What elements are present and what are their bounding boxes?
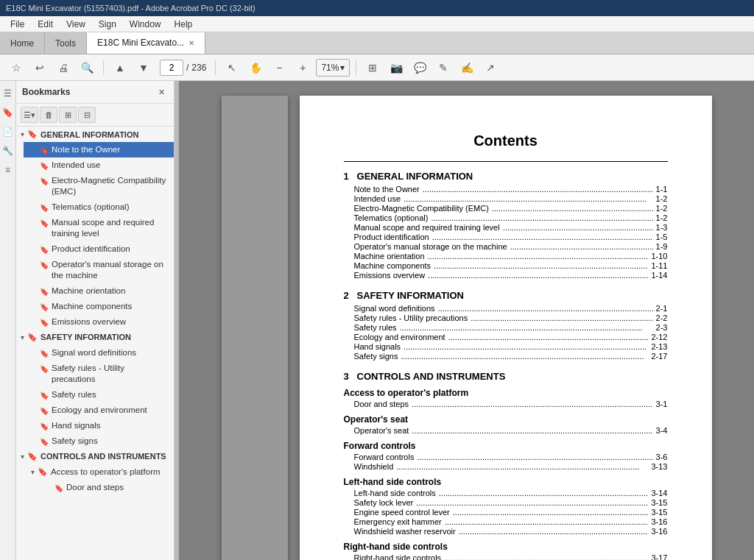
sep2 — [215, 60, 216, 75]
bk-machine-comp-icon: 🔖 — [40, 302, 49, 312]
page-nav: / 236 — [160, 60, 206, 76]
section-general-label: GENERAL INFORMATION — [40, 130, 138, 139]
zoom-in-btn[interactable]: + — [292, 57, 313, 78]
zoom-display[interactable]: 71% ▾ — [316, 59, 350, 77]
toc-entry-lh-controls: Left-hand side controls ................… — [344, 489, 668, 497]
menu-view[interactable]: View — [60, 18, 91, 31]
toc-entry-telematics: Telematics (optional) ..................… — [344, 213, 668, 222]
section-safety-header[interactable]: ▾ 🔖 SAFETY INFORMATION — [16, 330, 174, 345]
pencil-btn[interactable]: ✎ — [433, 57, 454, 78]
snapshot-btn[interactable]: 📷 — [386, 57, 406, 78]
bk-door-steps[interactable]: 🔖 Door and steps — [38, 480, 174, 495]
bk-operators-manual[interactable]: 🔖 Operator's manual storage on the machi… — [24, 257, 174, 283]
bk-door-steps-label: Door and steps — [66, 482, 169, 493]
bk-product-id[interactable]: 🔖 Product identification — [24, 241, 174, 257]
menu-help[interactable]: Help — [169, 18, 199, 31]
section-safety-icon: 🔖 — [27, 333, 38, 342]
bk-emc-label: Electro-Magnetic Compatibility (EMC) — [52, 175, 169, 197]
bk-manual-scope-label: Manual scope and required training level — [52, 217, 169, 239]
menu-file[interactable]: File — [4, 18, 30, 31]
zoom-marquee-btn[interactable]: 🔍 — [77, 57, 97, 78]
bk-ecology-label: Ecology and environment — [52, 405, 169, 416]
comment-btn[interactable]: 💬 — [409, 57, 430, 78]
toc-ch3-header: 3 CONTROLS AND INSTRUMENTS — [344, 371, 668, 382]
bk-intended-use[interactable]: 🔖 Intended use — [24, 157, 174, 173]
layers-icon[interactable]: ≡ — [1, 163, 15, 177]
zoom-out-btn[interactable]: − — [269, 57, 289, 78]
bk-emissions[interactable]: 🔖 Emissions overview — [24, 314, 174, 330]
tools-icon[interactable]: 🔧 — [1, 144, 15, 157]
toc-entry-door-steps: Door and steps .........................… — [344, 400, 668, 408]
pdf-area[interactable]: Contents 1 GENERAL INFORMATION Note to t… — [179, 81, 754, 560]
toc-divider-top — [344, 161, 668, 162]
back-btn[interactable]: ↩ — [29, 57, 50, 78]
bk-machine-orient-label: Machine orientation — [52, 286, 169, 297]
expand-controls-icon: ▾ — [21, 453, 24, 461]
bookmark-icon[interactable]: 🔖 — [1, 106, 15, 119]
panel-menu-btn[interactable]: ☰▾ — [21, 107, 38, 123]
toc-entry-rh-controls: Right-hand side controls ...............… — [344, 553, 668, 560]
bk-safety-signs-label: Safety signs — [52, 436, 169, 447]
subsec-access-header[interactable]: ▾ 🔖 Access to operator's platform — [24, 464, 174, 480]
panel-delete-btn[interactable]: 🗑 — [40, 107, 57, 123]
bk-safety-signs-icon: 🔖 — [40, 437, 49, 447]
panel-close-btn[interactable]: ✕ — [155, 85, 168, 99]
subsec-access-label: Access to operator's platform — [51, 467, 161, 476]
bk-telematics[interactable]: 🔖 Telematics (optional) — [24, 199, 174, 215]
bk-hand-signals-label: Hand signals — [52, 420, 169, 431]
bk-signal-word-icon: 🔖 — [40, 349, 49, 358]
select-btn[interactable]: ⊞ — [362, 57, 383, 78]
bk-safety-rules-icon: 🔖 — [40, 391, 49, 400]
bk-note-owner[interactable]: 🔖 Note to the Owner — [24, 142, 174, 157]
menu-edit[interactable]: Edit — [32, 18, 59, 31]
cursor-btn[interactable]: ↖ — [222, 57, 242, 78]
tab-tools[interactable]: Tools — [45, 32, 87, 54]
bk-product-id-label: Product identification — [52, 244, 169, 255]
tab-home[interactable]: Home — [0, 32, 45, 54]
bk-hand-signals-icon: 🔖 — [40, 422, 49, 431]
sep1 — [103, 60, 104, 75]
bk-hand-signals[interactable]: 🔖 Hand signals — [24, 418, 174, 433]
bookmarks-panel: Bookmarks ✕ ☰▾ 🗑 ⊞ ⊟ ▾ 🔖 GENERAL INFORMA… — [16, 81, 175, 560]
bookmarks-tree: ▾ 🔖 GENERAL INFORMATION 🔖 Note to the Ow… — [16, 127, 174, 560]
bk-safety-rules-utility[interactable]: 🔖 Safety rules - Utility precautions — [24, 361, 174, 387]
controls-items: ▾ 🔖 Access to operator's platform 🔖 Door… — [16, 464, 174, 495]
panel-collapse-btn[interactable]: ⊟ — [78, 107, 96, 123]
bookmark-toolbar-btn[interactable]: ☆ — [6, 57, 27, 78]
menu-window[interactable]: Window — [124, 18, 167, 31]
titlebar-text: E18C Mini Excavator (51557403).pdf - Ado… — [6, 4, 256, 13]
panel-expand-btn[interactable]: ⊞ — [59, 107, 77, 123]
bk-safety-signs[interactable]: 🔖 Safety signs — [24, 433, 174, 449]
hand-btn[interactable]: ✋ — [245, 57, 266, 78]
bk-safety-rules[interactable]: 🔖 Safety rules — [24, 387, 174, 403]
bk-telematics-label: Telematics (optional) — [52, 202, 169, 213]
menu-sign[interactable]: Sign — [93, 18, 122, 31]
next-page-btn[interactable]: ▼ — [133, 57, 154, 78]
zoom-value: 71% — [321, 63, 339, 73]
bk-signal-word[interactable]: 🔖 Signal word definitions — [24, 345, 174, 361]
pdf-toc-page: Contents 1 GENERAL INFORMATION Note to t… — [300, 96, 712, 560]
bk-machine-orient[interactable]: 🔖 Machine orientation — [24, 283, 174, 299]
prev-page-btn[interactable]: ▲ — [110, 57, 130, 78]
nav-icon[interactable]: ☰ — [1, 87, 15, 100]
toc-entry-emissions: Emissions overview .....................… — [344, 271, 668, 280]
bk-machine-comp[interactable]: 🔖 Machine components — [24, 299, 174, 314]
tab-doc[interactable]: E18C Mini Excavato... ✕ — [87, 32, 205, 54]
section-controls-header[interactable]: ▾ 🔖 CONTROLS AND INSTRUMENTS — [16, 449, 174, 464]
bk-manual-scope[interactable]: 🔖 Manual scope and required training lev… — [24, 215, 174, 241]
tab-home-label: Home — [10, 38, 34, 49]
tab-close-icon[interactable]: ✕ — [188, 39, 194, 47]
pages-icon[interactable]: 📄 — [1, 125, 15, 138]
section-general-header[interactable]: ▾ 🔖 GENERAL INFORMATION — [16, 127, 174, 142]
toc-entry-machine-orient: Machine orientation ....................… — [344, 252, 668, 260]
print-btn[interactable]: 🖨 — [53, 57, 74, 78]
bk-ecology[interactable]: 🔖 Ecology and environment — [24, 403, 174, 418]
toc-entry-safety-rules-utility: Safety rules - Utility precautions .....… — [344, 313, 668, 322]
toc-entry-fwd-controls: Forward controls .......................… — [344, 453, 668, 461]
share-btn[interactable]: ↗ — [480, 57, 501, 78]
sign-btn[interactable]: ✍ — [457, 57, 477, 78]
page-input[interactable] — [160, 60, 183, 76]
expand-general-icon: ▾ — [21, 130, 24, 138]
bk-emc[interactable]: 🔖 Electro-Magnetic Compatibility (EMC) — [24, 173, 174, 199]
page-separator: / — [186, 63, 188, 73]
